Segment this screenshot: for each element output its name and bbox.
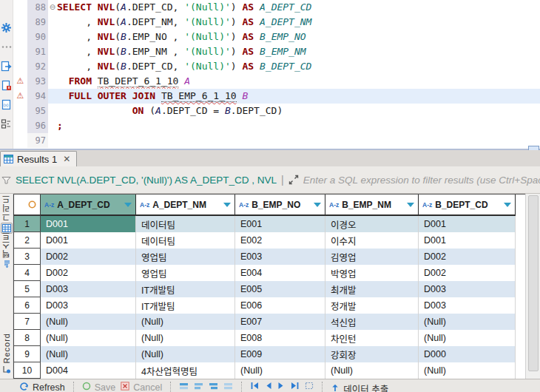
grid-cell[interactable]: (Null)	[419, 314, 516, 330]
column-header-A_DEPT_CD[interactable]: A-zA_DEPT_CD	[41, 195, 136, 216]
row-delete-icon[interactable]	[223, 382, 233, 392]
filter-input[interactable]: Enter a SQL expression to filter results…	[303, 175, 540, 186]
outline-structure-icon[interactable]	[1, 118, 13, 129]
grid-corner-cell[interactable]	[13, 195, 41, 216]
editor-line[interactable]: 88⊖SELECT NVL(A.DEPT_CD, '(Null)') AS A_…	[13, 0, 540, 15]
column-header-A_DEPT_NM[interactable]: A-zA_DEPT_NM	[136, 195, 235, 216]
record-mode-icon[interactable]	[2, 365, 11, 374]
grid-cell[interactable]: 4차산업혁명팀	[136, 362, 235, 379]
tab-grid-view[interactable]: 그리드	[0, 195, 13, 234]
fold-collapse-icon[interactable]: ⊖	[48, 0, 57, 15]
settings-gear-icon[interactable]	[1, 22, 13, 33]
next-row-icon[interactable]	[277, 382, 285, 392]
grid-cell[interactable]: 이경오	[325, 216, 419, 232]
tab-close-icon[interactable]: ✕	[63, 155, 70, 163]
grid-cell[interactable]: D003	[41, 297, 136, 314]
grid-cell[interactable]: D003	[419, 281, 516, 297]
editor-line[interactable]: 95 ON (A.DEPT_CD = B.DEPT_CD)	[13, 104, 540, 118]
grid-cell[interactable]: 김영업	[325, 249, 419, 265]
grid-cell[interactable]: D001	[41, 232, 136, 249]
grid-cell[interactable]: E008	[235, 330, 325, 346]
row-edit-icon[interactable]	[179, 382, 189, 392]
grid-cell[interactable]: (Null)	[419, 330, 516, 346]
grid-cell[interactable]: 데이터팀	[136, 232, 235, 249]
editor-line[interactable]: 89 , NVL(A.DEPT_NM, '(Null)') AS A_DEPT_…	[13, 15, 540, 30]
grid-cell[interactable]: D002	[41, 249, 136, 265]
row-number[interactable]: 2	[13, 232, 41, 249]
grid-cell[interactable]: (Null)	[41, 314, 136, 330]
grid-cell[interactable]: D003	[41, 281, 136, 297]
applied-filter-sql[interactable]: SELECT NVL(A.DEPT_CD, '(Null)') AS A_DEP…	[16, 175, 277, 186]
row-number[interactable]: 6	[13, 297, 41, 314]
editor-line[interactable]: ⚠94 FULL OUTER JOIN TB_EMP_6_1_10 B	[13, 89, 540, 104]
overflow-dots-icon[interactable]	[1, 41, 13, 53]
editor-line[interactable]: 96;	[13, 118, 540, 133]
fetch-size-icon[interactable]	[305, 382, 314, 392]
grid-cell[interactable]: D000	[419, 346, 516, 362]
column-menu-icon[interactable]	[124, 203, 132, 207]
grid-cell[interactable]: E006	[235, 297, 325, 314]
grid-cell[interactable]: D001	[419, 216, 516, 232]
grid-cell[interactable]: (Null)	[419, 362, 516, 379]
grid-cell[interactable]: IT개발팀	[136, 281, 235, 297]
grid-cell[interactable]: E009	[235, 346, 325, 362]
cancel-button[interactable]: Cancel	[121, 382, 162, 392]
refresh-button[interactable]: Refresh	[19, 382, 65, 392]
grid-cell[interactable]: D001	[419, 232, 516, 249]
row-number[interactable]: 1	[13, 216, 41, 232]
column-menu-icon[interactable]	[223, 203, 231, 207]
grid-cell[interactable]: D003	[419, 297, 516, 314]
grid-cell[interactable]: 박영업	[325, 265, 419, 281]
first-row-icon[interactable]	[250, 382, 260, 392]
grid-cell[interactable]: D004	[41, 362, 136, 379]
row-add-icon[interactable]	[194, 382, 203, 392]
editor-line[interactable]: 97	[13, 133, 540, 148]
record-mode-section[interactable]: Record	[0, 333, 13, 374]
grid-cell[interactable]: (Null)	[325, 362, 419, 379]
grid-cell[interactable]: 영업팀	[136, 265, 235, 281]
grid-cell[interactable]: (Null)	[41, 330, 136, 346]
export-button[interactable]: 데이터 추출	[331, 382, 388, 392]
vertical-scrollbar[interactable]	[525, 194, 540, 379]
grid-cell[interactable]: D002	[419, 249, 516, 265]
editor-line[interactable]: 90 , NVL(B.EMP_NO , '(Null)') AS B_EMP_N…	[13, 30, 540, 44]
grid-cell[interactable]: E001	[235, 216, 325, 232]
grid-cell[interactable]: 최개발	[325, 281, 419, 297]
row-number[interactable]: 10	[13, 362, 41, 379]
save-button[interactable]: Save	[82, 382, 116, 392]
grid-cell[interactable]: IT개발팀	[136, 297, 235, 314]
file-sql-icon[interactable]: (x)	[1, 99, 13, 110]
column-menu-icon[interactable]	[314, 203, 321, 207]
row-number[interactable]: 8	[13, 330, 41, 346]
grid-cell[interactable]: 데이터팀	[136, 216, 235, 232]
row-copy-icon[interactable]	[209, 382, 218, 392]
grid-cell[interactable]: (Null)	[136, 314, 235, 330]
prev-row-icon[interactable]	[265, 382, 272, 392]
grid-cell[interactable]: D002	[419, 265, 516, 281]
grid-cell[interactable]: E005	[235, 281, 325, 297]
grid-cell[interactable]: 영업팀	[136, 249, 235, 265]
row-number[interactable]: 7	[13, 314, 41, 330]
file-error-icon[interactable]	[1, 80, 13, 91]
grid-cell[interactable]: (Null)	[41, 346, 136, 362]
grid-cell[interactable]: (Null)	[136, 330, 235, 346]
grid-cell[interactable]: E007	[235, 314, 325, 330]
row-number[interactable]: 5	[13, 281, 41, 297]
column-header-B_DEPT_CD[interactable]: A-zB_DEPT_CD	[419, 195, 516, 216]
grid-cell[interactable]: E003	[235, 249, 325, 265]
grid-cell[interactable]: (Null)	[235, 362, 325, 379]
grid-cell[interactable]: 차인턴	[325, 330, 419, 346]
grid-cell[interactable]: D002	[41, 265, 136, 281]
editor-line[interactable]: ⚠93 FROM TB_DEPT_6_1_10 A	[13, 74, 540, 89]
grid-cell[interactable]: E004	[235, 265, 325, 281]
scrollbar-thumb[interactable]	[528, 195, 539, 371]
row-number[interactable]: 9	[13, 346, 41, 362]
tab-text-view[interactable]: 텍스트	[0, 232, 13, 268]
grid-cell[interactable]: E002	[235, 232, 325, 249]
grid-cell[interactable]: (Null)	[136, 346, 235, 362]
column-header-B_EMP_NM[interactable]: A-zB_EMP_NM	[325, 195, 419, 216]
row-number[interactable]: 4	[13, 265, 41, 281]
file-export-icon[interactable]	[1, 61, 13, 72]
grid-cell[interactable]: 이수지	[325, 232, 419, 249]
column-menu-icon[interactable]	[407, 203, 414, 207]
